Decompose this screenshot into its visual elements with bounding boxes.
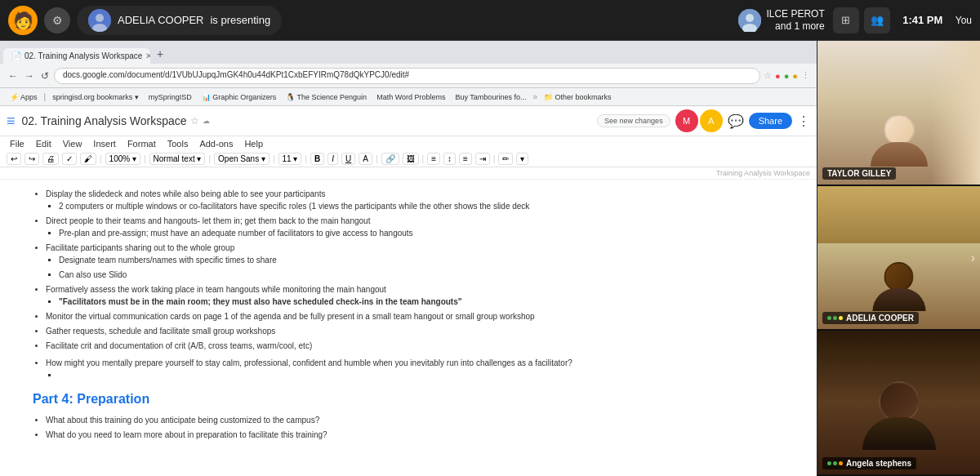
grid-view-button[interactable]: ⊞ <box>833 7 859 33</box>
list-item: Direct people to their teams and hangout… <box>46 215 784 239</box>
svg-point-4 <box>746 14 754 22</box>
video-sidebar: TAYLOR GILLEY ADELIA COOPER › <box>817 41 980 476</box>
more-fmt-button[interactable]: ▾ <box>516 153 528 165</box>
divider-8: | <box>493 154 496 163</box>
name-tag-angela: Angela stephens <box>822 457 916 469</box>
more-options-icon[interactable]: ⋮ <box>797 113 810 129</box>
url-bar[interactable]: docs.google.com/document/d/1VUbUJupqJmGK… <box>54 68 760 84</box>
gdocs-frame: ≡ 02. Training Analysis Workspace ☆ ☁ Se… <box>0 106 817 476</box>
sub-list-4: "Facilitators must be in the main room; … <box>46 296 784 308</box>
active-tab[interactable]: 📄 02. Training Analysis Workspace ✕ <box>3 48 150 64</box>
divider-3: | <box>208 154 211 163</box>
new-tab-button[interactable]: + <box>150 44 170 64</box>
font-size-select[interactable]: 11 ▾ <box>278 153 302 165</box>
extensions-area: ● <box>775 71 781 81</box>
people-button[interactable]: 👥 <box>864 7 890 33</box>
settings-button[interactable]: ⚙ <box>44 7 70 33</box>
collaborator-avatar-1: M <box>675 109 698 132</box>
presenting-bar: ADELIA COOPER is presenting <box>77 6 282 35</box>
divider-1: | <box>100 154 102 163</box>
font-select[interactable]: Open Sans ▾ <box>214 153 270 165</box>
divider-7: | <box>422 154 425 163</box>
divider-5: | <box>305 154 307 163</box>
more-button[interactable]: ⋮ <box>801 70 810 81</box>
link-button[interactable]: 🔗 <box>381 153 399 165</box>
style-select[interactable]: Normal text ▾ <box>149 153 206 165</box>
indent-button[interactable]: ⇥ <box>475 153 490 165</box>
list-item: Formatively assess the work taking place… <box>46 283 784 308</box>
line-spacing-button[interactable]: ↕ <box>443 153 456 165</box>
cloud-saved-icon: ☁ <box>203 117 210 125</box>
attendee-info: ILCE PEROT and 1 more <box>738 8 824 32</box>
star-icon[interactable]: ☆ <box>190 115 199 127</box>
dot-a3 <box>839 461 843 465</box>
angela-name: Angela stephens <box>846 459 911 468</box>
underline-button[interactable]: U <box>341 153 355 165</box>
bookmark-graphic[interactable]: 📊 Graphic Organizers <box>198 92 280 102</box>
sub-list-5 <box>46 369 784 381</box>
italic-button[interactable]: I <box>327 153 338 165</box>
edit-mode-button[interactable]: ✏ <box>498 153 513 165</box>
list-item: Pre-plan and pre-assign; must have an ad… <box>59 227 784 239</box>
bookmark-penguin[interactable]: 🐧 The Science Penguin <box>283 92 370 102</box>
back-button[interactable]: ← <box>7 70 20 82</box>
menu-view[interactable]: View <box>60 138 86 149</box>
bookmark-tambourines[interactable]: Buy Tambourines fo... <box>452 92 530 102</box>
you-label: You <box>956 15 972 26</box>
menu-file[interactable]: File <box>7 138 28 149</box>
share-button[interactable]: Share <box>749 113 792 129</box>
head-2 <box>884 262 914 291</box>
zoom-select[interactable]: 100% ▾ <box>105 153 140 165</box>
bookmark-other[interactable]: 📁 Other bookmarks <box>541 92 615 102</box>
tile-chevron-right[interactable]: › <box>971 251 975 265</box>
refresh-button[interactable]: ↺ <box>39 70 51 82</box>
presenter-avatar <box>88 9 111 32</box>
video-tile-angela: Angela stephens <box>817 331 980 476</box>
spellcheck-button[interactable]: ✓ <box>62 153 77 165</box>
presenter-name: ADELIA COOPER <box>118 14 203 26</box>
bookmark-mathword[interactable]: Math Word Problems <box>373 92 448 102</box>
bold-button[interactable]: B <box>310 153 324 165</box>
bookmark-star[interactable]: ☆ <box>764 70 772 81</box>
reflection-list: How might you mentally prepare yourself … <box>33 357 784 381</box>
attendee-details: ILCE PEROT and 1 more <box>766 8 824 32</box>
body-1 <box>871 142 928 167</box>
sub-list-2: Pre-plan and pre-assign; must have an ad… <box>46 227 784 239</box>
body-3 <box>862 417 936 450</box>
attendee-name: ILCE PEROT <box>766 8 824 20</box>
forward-button[interactable]: → <box>23 70 36 82</box>
menu-edit[interactable]: Edit <box>33 138 55 149</box>
main-content: 📄 02. Training Analysis Workspace ✕ + ← … <box>0 41 980 476</box>
extension-2: ● <box>784 71 790 81</box>
redo-button[interactable]: ↪ <box>24 153 39 165</box>
list-item: What about this training do you anticipa… <box>46 414 784 426</box>
paint-format-button[interactable]: 🖌 <box>80 153 96 165</box>
list-button[interactable]: ≡ <box>459 153 472 165</box>
gdocs-formatting-bar: ↩ ↪ 🖨 ✓ 🖌 | 100% ▾ | Normal text ▾ | Ope… <box>0 151 817 167</box>
top-bar: 🧑 ⚙ ADELIA COOPER is presenting <box>0 0 980 41</box>
local-user-avatar: 🧑 <box>8 6 38 35</box>
image-button[interactable]: 🖼 <box>403 153 419 165</box>
taylor-name: TAYLOR GILLEY <box>827 169 891 178</box>
font-color-button[interactable]: A <box>359 153 372 165</box>
presenting-label: is presenting <box>210 14 270 26</box>
gdocs-title-bar: ≡ 02. Training Analysis Workspace ☆ ☁ Se… <box>0 106 817 136</box>
bookmark-apps[interactable]: ⚡ Apps <box>7 92 41 102</box>
menu-tools[interactable]: Tools <box>164 138 192 149</box>
menu-format[interactable]: Format <box>124 138 159 149</box>
chat-icon[interactable]: 💬 <box>728 113 744 129</box>
dot-a2 <box>833 461 837 465</box>
list-item: Monitor the virtual communication cards … <box>46 310 784 323</box>
print-button[interactable]: 🖨 <box>42 153 59 165</box>
menu-addons[interactable]: Add-ons <box>196 138 236 149</box>
dot-1 <box>827 316 831 320</box>
gdocs-document-title[interactable]: 02. Training Analysis Workspace ☆ ☁ <box>22 114 210 127</box>
bookmark-springisd[interactable]: springisd.org bookmarks ▾ <box>49 92 142 102</box>
sub-list-1: 2 computers or multiple windows or co-fa… <box>46 200 784 212</box>
see-new-changes-button[interactable]: See new changes <box>597 114 670 127</box>
undo-button[interactable]: ↩ <box>7 153 21 165</box>
bookmark-myspringisd[interactable]: mySpringISD <box>145 92 195 102</box>
menu-help[interactable]: Help <box>241 138 266 149</box>
menu-insert[interactable]: Insert <box>90 138 119 149</box>
align-left-button[interactable]: ≡ <box>427 153 440 165</box>
